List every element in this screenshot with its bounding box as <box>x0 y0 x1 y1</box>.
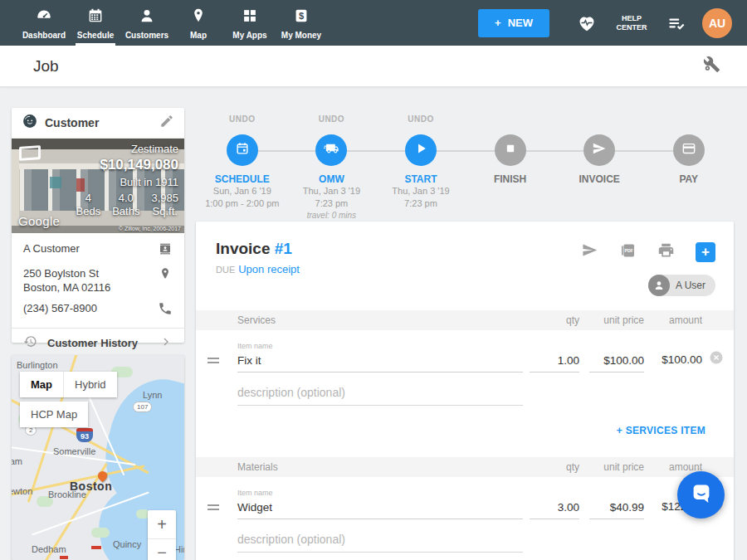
timeline-step-pay: PAY <box>644 114 734 220</box>
add-icon[interactable]: + <box>696 242 715 262</box>
map-layer-buttons: Map Hybrid HCP Map <box>20 372 117 427</box>
new-button[interactable]: + NEW <box>478 9 549 37</box>
add-service-row: + SERVICES ITEM <box>196 406 734 437</box>
amount-column-header: amount <box>644 314 702 326</box>
nav-label: Schedule <box>77 31 114 40</box>
zoom-out-button[interactable]: − <box>148 538 176 560</box>
travel-time: travel: 0 mins <box>307 211 356 220</box>
nav-label: Map <box>190 31 207 40</box>
nav-label: My Apps <box>232 31 266 40</box>
undo-schedule-button[interactable]: UNDO <box>229 114 255 128</box>
invoice-number: #1 <box>275 240 292 257</box>
step-date: Sun, Jan 6 '19 <box>213 185 271 197</box>
drag-handle[interactable] <box>208 494 229 519</box>
start-step-button[interactable] <box>405 134 437 166</box>
location-pin-icon[interactable] <box>151 266 173 285</box>
schedule-step-button[interactable] <box>227 134 258 166</box>
map-label: Somerville <box>53 446 95 456</box>
unit-price-input[interactable]: $100.00 <box>589 354 644 373</box>
map-park <box>91 528 110 538</box>
nav-right: + NEW HELP CENTER AU <box>478 8 747 38</box>
svg-text:$: $ <box>299 11 304 21</box>
address-line1: 250 Boylston St <box>23 267 99 280</box>
tasks-icon[interactable] <box>666 12 687 34</box>
property-stats: 4Beds 4.0Baths 3,985Sq.ft. <box>76 192 178 217</box>
user-avatar[interactable]: AU <box>702 8 732 38</box>
map-type-button[interactable]: Map <box>20 372 63 397</box>
step-time: 7:23 pm <box>315 197 349 210</box>
remove-item-button[interactable] <box>709 350 724 368</box>
undo-omw-button[interactable]: UNDO <box>319 114 344 128</box>
customer-card-title: Customer <box>45 116 99 129</box>
zoom-in-button[interactable]: + <box>148 510 176 538</box>
customer-history-button[interactable]: Customer History <box>23 329 173 358</box>
step-time: 7:23 pm <box>404 197 437 210</box>
history-icon <box>23 334 37 352</box>
photo-detail <box>50 177 61 188</box>
undo-start-button[interactable]: UNDO <box>408 114 433 128</box>
step-label: OMW <box>319 173 344 185</box>
section-name: Services <box>237 314 523 326</box>
description-input[interactable]: description (optional) <box>237 386 523 406</box>
assigned-user-chip[interactable]: A User <box>648 275 715 296</box>
calendar-icon <box>234 140 251 160</box>
contact-card-icon[interactable] <box>151 241 173 260</box>
credit-card-icon <box>681 140 697 160</box>
help-center-link[interactable]: HELP CENTER <box>613 14 651 32</box>
hcp-map-button[interactable]: HCP Map <box>20 402 88 427</box>
add-services-item-button[interactable]: + SERVICES ITEM <box>617 425 706 436</box>
new-button-label: NEW <box>508 17 533 29</box>
chat-widget-button[interactable] <box>677 471 725 519</box>
timeline-step-invoice: INVOICE <box>554 114 644 220</box>
job-settings-button[interactable] <box>703 56 720 76</box>
send-icon[interactable] <box>581 241 598 262</box>
hybrid-type-button[interactable]: Hybrid <box>63 372 117 397</box>
street-view-icon <box>19 145 41 161</box>
unit-price-input[interactable]: $40.99 <box>589 501 644 519</box>
step-label: INVOICE <box>579 173 620 185</box>
map-zoom-control: + − <box>148 510 176 560</box>
pdf-icon[interactable]: PDF <box>619 241 637 262</box>
dashboard-icon <box>35 7 53 28</box>
beds-value: 4 <box>76 192 101 204</box>
nav-item-dashboard[interactable]: Dashboard <box>18 0 70 46</box>
customer-history-label: Customer History <box>47 337 159 349</box>
truck-icon <box>323 140 339 160</box>
my-money-icon: $ <box>292 7 310 28</box>
health-heart-icon[interactable] <box>576 12 598 34</box>
user-avatar-icon <box>648 275 670 296</box>
my-apps-icon <box>241 7 259 28</box>
unit-price-column-header: unit price <box>589 314 644 326</box>
nav-item-map[interactable]: Map <box>173 0 224 46</box>
due-value-link[interactable]: Upon receipt <box>238 263 300 275</box>
omw-step-button[interactable] <box>315 134 347 166</box>
qty-input[interactable]: 3.00 <box>530 501 579 519</box>
description-row: description (optional) <box>196 519 734 553</box>
map-label: Dedham <box>32 544 66 554</box>
sqft-label: Sq.ft. <box>151 205 178 217</box>
nav-label: Dashboard <box>22 31 66 40</box>
qty-input[interactable]: 1.00 <box>530 354 579 373</box>
nav-item-schedule[interactable]: Schedule <box>70 0 121 46</box>
nav-item-customers[interactable]: Customers <box>121 0 173 46</box>
print-icon[interactable] <box>657 241 675 262</box>
invoice-step-button[interactable] <box>583 134 615 166</box>
customer-details: A Customer 250 Boylston StBoston, MA 021… <box>12 233 184 358</box>
qty-column-header: qty <box>530 314 579 326</box>
item-name-input[interactable]: Widget <box>237 501 523 519</box>
item-name-input[interactable]: Fix it <box>237 354 523 373</box>
description-row: description (optional) <box>196 373 734 406</box>
timeline-step-start: UNDO START Thu, Jan 3 '19 7:23 pm <box>376 114 466 220</box>
edit-customer-button[interactable] <box>159 114 174 132</box>
baths-value: 4.0 <box>112 192 139 204</box>
customer-face-icon <box>22 113 38 133</box>
finish-step-button[interactable] <box>495 134 526 166</box>
description-input[interactable]: description (optional) <box>237 533 523 553</box>
pay-step-button[interactable] <box>673 134 705 166</box>
customer-card-header: Customer <box>12 108 184 139</box>
nav-item-my-money[interactable]: $ My Money <box>276 0 327 46</box>
property-photo[interactable]: Zestimate $10,149,080 Built in 1911 4Bed… <box>12 139 184 233</box>
nav-item-my-apps[interactable]: My Apps <box>224 0 276 46</box>
phone-icon[interactable] <box>151 301 173 319</box>
drag-handle[interactable] <box>208 348 229 373</box>
